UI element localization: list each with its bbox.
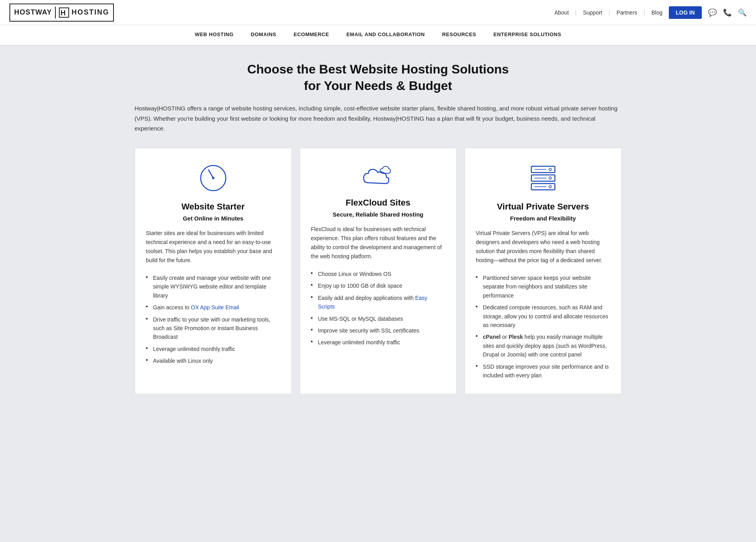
svg-point-8: [549, 168, 551, 171]
nav-web-hosting[interactable]: WEB HOSTING: [186, 25, 242, 45]
card-vps-features: Partitioned server space keeps your webs…: [476, 272, 610, 381]
search-icon[interactable]: 🔍: [738, 8, 747, 17]
website-starter-icon: [146, 162, 280, 194]
feature-item: Improve site security with SSL certifica…: [311, 325, 445, 336]
about-link[interactable]: About: [555, 9, 569, 16]
blog-link[interactable]: Blog: [652, 9, 663, 16]
feature-item: Easily create and manage your website wi…: [146, 272, 280, 301]
vps-icon: [476, 162, 610, 194]
feature-item: Leverage unlimited monthly traffic: [311, 336, 445, 348]
card-flexcloud-desc: FlexCloud is ideal for businesses with t…: [311, 225, 445, 261]
login-button[interactable]: LOG IN: [669, 6, 702, 19]
feature-item: cPanel or Plesk help you easily manage m…: [476, 331, 610, 360]
svg-point-10: [549, 186, 551, 188]
nav-resources[interactable]: RESOURCES: [434, 25, 485, 45]
page-title: Choose the Best Website Hosting Solution…: [135, 61, 622, 94]
nav-ecommerce[interactable]: ECOMMERCE: [285, 25, 337, 45]
page-description: Hostway|HOSTING offers a range of websit…: [135, 103, 622, 134]
feature-item: Easily add and deploy applications with …: [311, 292, 445, 313]
feature-item: Choose Linux or Windows OS: [311, 268, 445, 280]
logo-hosting-text: H HOSTING: [59, 7, 109, 18]
card-website-starter-desc: Starter sites are ideal for businesses w…: [146, 229, 280, 265]
card-vps-desc: Virtual Private Servers (VPS) are ideal …: [476, 229, 610, 265]
feature-item: Drive traffic to your site with our mark…: [146, 314, 280, 343]
phone-icon[interactable]: 📞: [723, 8, 732, 17]
cards-grid: Website Starter Get Online in Minutes St…: [135, 148, 622, 395]
feature-item: Enjoy up to 1000 GB of disk space: [311, 280, 445, 292]
card-website-starter-title: Website Starter: [146, 202, 280, 212]
nav-domains[interactable]: DOMAINS: [242, 25, 285, 45]
main-navigation: WEB HOSTING DOMAINS ECOMMERCE EMAIL AND …: [0, 25, 756, 46]
card-vps: Virtual Private Servers Freedom and Flex…: [465, 148, 622, 395]
nav-enterprise[interactable]: ENTERPRISE SOLUTIONS: [485, 25, 570, 45]
card-website-starter-features: Easily create and manage your website wi…: [146, 272, 280, 367]
support-link[interactable]: Support: [583, 9, 602, 16]
svg-point-9: [549, 177, 551, 179]
feature-item: Dedicated compute resources, such as RAM…: [476, 301, 610, 331]
nav-separator-3: |: [644, 9, 645, 16]
logo-hostway-text: HOSTWAY: [14, 8, 52, 17]
partners-link[interactable]: Partners: [617, 9, 637, 16]
card-flexcloud: FlexCloud Sites Secure, Reliable Shared …: [300, 148, 457, 395]
flexcloud-icon: [311, 162, 445, 190]
svg-text:H: H: [60, 9, 66, 17]
card-vps-title: Virtual Private Servers: [476, 202, 610, 212]
feature-item: Partitioned server space keeps your webs…: [476, 272, 610, 301]
card-flexcloud-title: FlexCloud Sites: [311, 198, 445, 208]
ox-app-suite-link[interactable]: OX App Suite Email: [191, 304, 239, 311]
speedometer-icon: [198, 162, 229, 194]
top-right-nav: About | Support | Partners | Blog LOG IN…: [555, 6, 747, 19]
nav-email[interactable]: EMAIL AND COLLABORATION: [338, 25, 434, 45]
card-website-starter: Website Starter Get Online in Minutes St…: [135, 148, 292, 395]
nav-separator-2: |: [609, 9, 610, 16]
chat-icon[interactable]: 💬: [708, 8, 717, 17]
card-flexcloud-features: Choose Linux or Windows OS Enjoy up to 1…: [311, 268, 445, 349]
logo-h-icon: H: [59, 7, 69, 18]
card-website-starter-subtitle: Get Online in Minutes: [146, 215, 280, 222]
feature-item: Use MS-SQL or MySQL databases: [311, 313, 445, 325]
svg-point-4: [212, 177, 214, 179]
main-content: Choose the Best Website Hosting Solution…: [127, 46, 630, 410]
feature-item: Gain access to OX App Suite Email: [146, 301, 280, 313]
server-icon: [527, 162, 559, 194]
easy-scripts-link[interactable]: Easy Scripts: [318, 295, 428, 310]
cloud-icon: [361, 162, 396, 190]
feature-item: Leverage unlimited monthly traffic: [146, 343, 280, 355]
card-flexcloud-subtitle: Secure, Reliable Shared Hosting: [311, 211, 445, 218]
svg-line-3: [209, 170, 213, 178]
card-vps-subtitle: Freedom and Flexibility: [476, 215, 610, 222]
top-navigation: HOSTWAY H HOSTING About | Support | Part…: [0, 0, 756, 25]
feature-item: Available with Linux only: [146, 355, 280, 367]
logo[interactable]: HOSTWAY H HOSTING: [9, 4, 114, 22]
feature-item: SSD storage improves your site performan…: [476, 361, 610, 382]
logo-divider: [55, 7, 56, 18]
nav-separator-1: |: [575, 9, 577, 16]
